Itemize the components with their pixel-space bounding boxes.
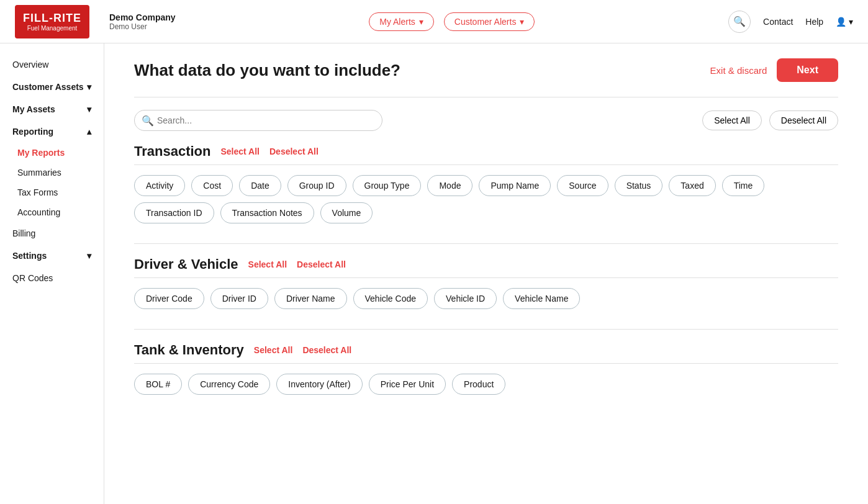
exit-discard-link[interactable]: Exit & discard (710, 65, 767, 76)
sidebar-sub-tax-forms[interactable]: Tax Forms (0, 182, 104, 202)
section-deselect-all-tank-inventory[interactable]: Deselect All (302, 345, 351, 355)
tags-driver-vehicle: Driver CodeDriver IDDriver NameVehicle C… (134, 288, 838, 309)
tag-driver-vehicle-1[interactable]: Driver ID (210, 288, 268, 309)
app-wrapper: FILL-RITE Fuel Management Demo Company D… (0, 0, 868, 504)
section-title-tank-inventory: Tank & Inventory (134, 342, 244, 358)
chevron-down-icon: ▾ (419, 17, 423, 27)
section-select-all-transaction[interactable]: Select All (220, 146, 260, 156)
customer-alerts-button[interactable]: Customer Alerts ▾ (444, 12, 535, 31)
search-bar: 🔍 Select All Deselect All (134, 110, 838, 131)
tag-transaction-12[interactable]: Transaction Notes (220, 202, 314, 223)
tag-transaction-1[interactable]: Cost (191, 175, 233, 196)
header-actions: Exit & discard Next (710, 58, 838, 82)
tag-tank-inventory-1[interactable]: Currency Code (188, 374, 270, 395)
chevron-up-icon: ▴ (87, 127, 91, 137)
top-bar: FILL-RITE Fuel Management Demo Company D… (0, 0, 868, 43)
search-icon: 🔍 (142, 115, 154, 127)
tag-transaction-2[interactable]: Date (239, 175, 281, 196)
sidebar: Overview Customer Assets ▾ My Assets ▾ R… (0, 43, 104, 504)
logo-sub: Fuel Management (27, 25, 78, 32)
sidebar-item-reporting[interactable]: Reporting ▴ (0, 120, 104, 143)
search-input[interactable] (134, 110, 382, 131)
tag-transaction-9[interactable]: Taxed (669, 175, 715, 196)
tag-transaction-10[interactable]: Time (722, 175, 765, 196)
tag-driver-vehicle-5[interactable]: Vehicle Name (503, 288, 580, 309)
contact-link[interactable]: Contact (763, 17, 793, 27)
sidebar-item-settings[interactable]: Settings ▾ (0, 245, 104, 267)
section-divider-transaction (134, 243, 838, 244)
section-deselect-all-driver-vehicle[interactable]: Deselect All (297, 259, 346, 269)
sidebar-sub-my-reports[interactable]: My Reports (0, 143, 104, 163)
tag-driver-vehicle-4[interactable]: Vehicle ID (434, 288, 497, 309)
tag-tank-inventory-2[interactable]: Inventory (After) (276, 374, 362, 395)
company-name: Demo Company (109, 12, 176, 22)
section-header-transaction: TransactionSelect AllDeselect All (134, 143, 838, 165)
section-divider-driver-vehicle (134, 329, 838, 330)
section-header-driver-vehicle: Driver & VehicleSelect AllDeselect All (134, 256, 838, 278)
section-title-transaction: Transaction (134, 143, 210, 160)
tag-transaction-3[interactable]: Group ID (287, 175, 346, 196)
section-select-all-driver-vehicle[interactable]: Select All (248, 259, 287, 269)
chevron-down-icon: ▾ (87, 251, 91, 261)
section-deselect-all-transaction[interactable]: Deselect All (269, 146, 319, 156)
chevron-down-icon: ▾ (87, 82, 91, 92)
my-alerts-button[interactable]: My Alerts ▾ (369, 12, 434, 31)
section-driver-vehicle: Driver & VehicleSelect AllDeselect AllDr… (134, 256, 838, 309)
company-user: Demo User (109, 22, 176, 31)
section-title-driver-vehicle: Driver & Vehicle (134, 256, 238, 272)
global-select-all-button[interactable]: Select All (702, 110, 762, 130)
section-transaction: TransactionSelect AllDeselect AllActivit… (134, 143, 838, 223)
main-layout: Overview Customer Assets ▾ My Assets ▾ R… (0, 43, 868, 504)
sidebar-item-customer-assets[interactable]: Customer Assets ▾ (0, 76, 104, 98)
content-header: What data do you want to include? Exit &… (134, 58, 838, 82)
tag-transaction-11[interactable]: Transaction ID (134, 202, 214, 223)
company-info: Demo Company Demo User (109, 12, 176, 31)
sidebar-item-billing[interactable]: Billing (0, 222, 104, 245)
tag-transaction-13[interactable]: Volume (320, 202, 373, 223)
customer-alerts-label: Customer Alerts (454, 17, 517, 27)
top-right-actions: 🔍 Contact Help 👤 ▾ (728, 11, 853, 33)
tag-tank-inventory-4[interactable]: Product (452, 374, 505, 395)
tag-driver-vehicle-2[interactable]: Driver Name (274, 288, 347, 309)
header-divider (134, 97, 838, 97)
sections-container: TransactionSelect AllDeselect AllActivit… (134, 143, 838, 395)
tag-transaction-8[interactable]: Status (615, 175, 663, 196)
help-link[interactable]: Help (805, 17, 823, 27)
chevron-down-icon: ▾ (87, 104, 91, 114)
global-buttons: Select All Deselect All (702, 110, 838, 130)
section-select-all-tank-inventory[interactable]: Select All (254, 345, 293, 355)
tag-transaction-0[interactable]: Activity (134, 175, 185, 196)
section-tank-inventory: Tank & InventorySelect AllDeselect AllBO… (134, 342, 838, 395)
chevron-down-icon: ▾ (520, 17, 524, 27)
next-button[interactable]: Next (777, 58, 838, 82)
tag-driver-vehicle-0[interactable]: Driver Code (134, 288, 204, 309)
tag-transaction-7[interactable]: Source (557, 175, 608, 196)
tags-tank-inventory: BOL #Currency CodeInventory (After)Price… (134, 374, 838, 395)
search-icon: 🔍 (733, 16, 746, 27)
logo: FILL-RITE Fuel Management (15, 5, 89, 38)
sidebar-sub-accounting[interactable]: Accounting (0, 202, 104, 222)
tag-transaction-6[interactable]: Pump Name (479, 175, 551, 196)
tag-tank-inventory-3[interactable]: Price Per Unit (369, 374, 446, 395)
user-menu[interactable]: 👤 ▾ (836, 17, 853, 27)
my-alerts-label: My Alerts (379, 17, 415, 27)
sidebar-item-overview[interactable]: Overview (0, 53, 104, 76)
search-button[interactable]: 🔍 (728, 11, 751, 33)
section-header-tank-inventory: Tank & InventorySelect AllDeselect All (134, 342, 838, 364)
global-deselect-all-button[interactable]: Deselect All (769, 110, 838, 130)
page-title: What data do you want to include? (134, 61, 400, 80)
tag-tank-inventory-0[interactable]: BOL # (134, 374, 182, 395)
search-input-wrap: 🔍 (134, 110, 382, 131)
sidebar-item-my-assets[interactable]: My Assets ▾ (0, 98, 104, 120)
logo-brand: FILL-RITE (23, 12, 81, 25)
tags-transaction: ActivityCostDateGroup IDGroup TypeModePu… (134, 175, 838, 223)
tag-driver-vehicle-3[interactable]: Vehicle Code (353, 288, 428, 309)
sidebar-item-qr-codes[interactable]: QR Codes (0, 267, 104, 289)
tag-transaction-5[interactable]: Mode (427, 175, 472, 196)
tag-transaction-4[interactable]: Group Type (353, 175, 422, 196)
content-area: What data do you want to include? Exit &… (104, 43, 868, 504)
sidebar-sub-summaries[interactable]: Summaries (0, 163, 104, 182)
